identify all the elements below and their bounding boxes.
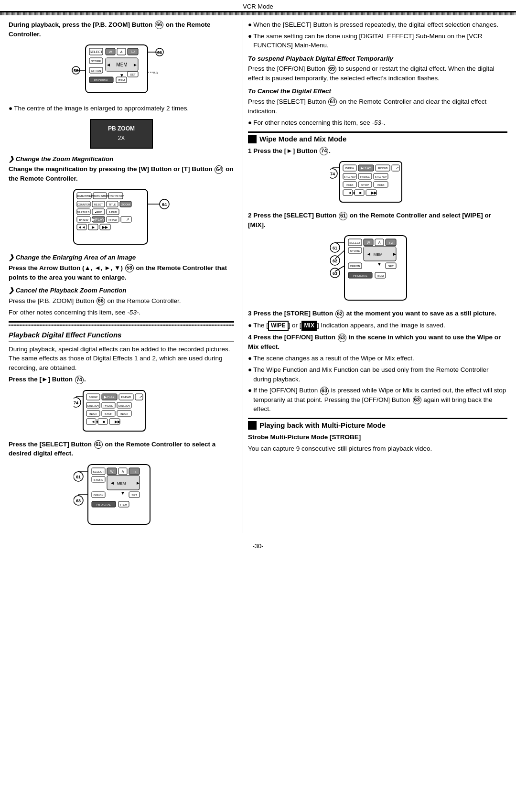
svg-text:◄: ◄ (106, 62, 111, 67)
svg-text:STORE: STORE (350, 249, 360, 252)
svg-text:STILL ADV: STILL ADV (344, 175, 355, 178)
multi-divider (248, 418, 507, 419)
remote-svg-1: SELECT W A T-Z STORE ◄ MEM ► OFF/ON ▼ (71, 43, 172, 100)
svg-text:61: 61 (76, 475, 81, 479)
svg-text:B/REW: B/REW (89, 396, 98, 399)
svg-text:ITEM: ITEM (120, 503, 127, 506)
step1-press: Press the [►] Button 74. (9, 375, 234, 384)
cancel-digital-title: To Cancel the Digital Effect (248, 87, 507, 96)
svg-text:PHOTO SHOT: PHOTO SHOT (91, 195, 109, 197)
svg-text:A: A (120, 50, 123, 54)
section-divider-1 (9, 321, 234, 323)
svg-text:▶▶: ▶▶ (102, 225, 108, 229)
svg-text:SET: SET (388, 265, 394, 268)
suspend-text: Press the [OFF/ON] Button 69 to suspend … (248, 64, 507, 83)
svg-text:T-Z: T-Z (132, 470, 137, 473)
page-header: VCR Mode (0, 0, 516, 15)
note-53-left: For other notes concerning this item, se… (9, 308, 234, 317)
svg-text:SET: SET (130, 73, 136, 76)
svg-text:63: 63 (76, 498, 81, 503)
svg-text:A: A (122, 470, 124, 473)
wipe-box: WIPE (268, 321, 289, 331)
svg-text:◄◄: ◄◄ (91, 420, 99, 424)
svg-text:SELECT: SELECT (93, 470, 104, 473)
remote-wipe-svg-1: B/REW ▶PLAY FF/FWD ↗ STILL ADV PAUSE STI… (330, 159, 426, 207)
svg-text:◄◄: ◄◄ (78, 225, 86, 229)
right-bullet-2: ● The same setting can be done using [DI… (248, 32, 507, 50)
bullet-centre: ● The centre of the image is enlarged to… (9, 104, 234, 113)
remote-wipe-1: B/REW ▶PLAY FF/FWD ↗ STILL ADV PAUSE STI… (248, 159, 507, 207)
svg-text:◄◄: ◄◄ (348, 191, 355, 195)
svg-text:MEM: MEM (116, 62, 127, 67)
cancel-digital-text: Press the [SELECT] Button 61 on the Remo… (248, 97, 507, 116)
svg-text:PAUSE: PAUSE (104, 404, 113, 407)
svg-text:►: ► (133, 62, 138, 67)
change-area-text: Press the Arrow Button (▲, ◄, ►, ▼) 58 o… (9, 263, 234, 282)
page-number: -30- (0, 542, 516, 550)
svg-text:FF/FWD: FF/FWD (121, 396, 131, 399)
playback-digital-intro: During playback, special digital effects… (9, 345, 234, 373)
multi-subtitle: Strobe Multi-Picture Mode [STROBE] (248, 433, 507, 442)
svg-text:START/STOP: START/STOP (108, 195, 124, 197)
svg-text:PB ZOOM: PB ZOOM (108, 125, 135, 132)
svg-text:↗: ↗ (126, 217, 129, 222)
svg-text:2X: 2X (118, 135, 125, 141)
remote-svg-2: DATE/TIME PHOTO SHOT START/STOP COUNTER … (66, 187, 176, 249)
right-note: ● For other notes concerning this item, … (248, 118, 507, 128)
svg-text:STORE: STORE (91, 60, 101, 63)
remote-wipe-2: SELECT W A T-Z STORE ◄ MEM ► SET OFF/ON … (248, 233, 507, 305)
svg-text:▶PLAY: ▶PLAY (92, 217, 105, 222)
multi-title: Playing back with Multi-Picture Mode (248, 421, 507, 430)
svg-text:MEM: MEM (117, 481, 126, 486)
svg-text:INDEX: INDEX (120, 412, 128, 415)
black-square-icon-2 (248, 421, 257, 430)
mix-box: MIX (301, 321, 317, 331)
change-zoom-title: ❯ Change the Zoom Magnification (9, 154, 234, 164)
svg-text:PB DIGITAL: PB DIGITAL (97, 503, 111, 506)
svg-text:T-Z: T-Z (130, 50, 136, 54)
wipe-step3-bullet: ● The [WIPE] or [MIX] Indication appears… (248, 321, 507, 331)
svg-text:↗: ↗ (396, 166, 399, 170)
svg-text:■: ■ (103, 420, 105, 424)
suspend-title: To suspend Playback Digital Effect Tempo… (248, 54, 507, 64)
svg-text:►: ► (136, 480, 140, 486)
svg-text:B/REW: B/REW (345, 167, 354, 170)
svg-text:W: W (366, 241, 370, 244)
svg-text:OFF/ON: OFF/ON (350, 265, 360, 268)
step2-press: Press the [SELECT] Button 61 on the Remo… (9, 440, 234, 458)
svg-text:PAUSE: PAUSE (360, 175, 370, 178)
svg-text:STILL ADV: STILL ADV (375, 175, 387, 178)
right-column: ● When the [SELECT] Button is pressed re… (243, 20, 507, 533)
svg-text:▶: ▶ (92, 225, 95, 229)
svg-text:FF/FWD: FF/FWD (377, 167, 387, 170)
wipe-step4-b1: ● The scene changes as a result of the W… (248, 354, 507, 363)
remote-image-3: B/REW ▶PLAY FF/FWD ↗ STILL ADV PAUSE STI… (9, 388, 234, 436)
page-body: During playback, press the [P.B. ZOOM] B… (0, 15, 516, 538)
wipe-step4-bold: 4 Press the [OFF/ON] Button 63 in the sc… (248, 333, 507, 351)
svg-text:A: A (378, 241, 380, 244)
svg-text:▶▶: ▶▶ (115, 420, 121, 424)
svg-rect-32 (90, 119, 152, 148)
section1-title: During playback, press the [P.B. ZOOM] B… (9, 20, 234, 39)
playback-digital-title: Playback Digital Effect Functions (9, 330, 234, 340)
svg-text:A.DUB: A.DUB (109, 211, 117, 214)
svg-text:▼: ▼ (120, 490, 125, 496)
svg-text:◄: ◄ (366, 251, 371, 257)
wipe-step1: 1 Press the [►] Button 74. (248, 146, 507, 156)
black-square-icon (248, 135, 257, 143)
svg-text:STORE: STORE (94, 478, 104, 481)
svg-text:61: 61 (332, 246, 337, 250)
svg-text:64: 64 (162, 202, 167, 207)
svg-text:FF/AD: FF/AD (108, 218, 117, 221)
svg-text:63: 63 (332, 271, 337, 276)
svg-text:74: 74 (330, 172, 335, 176)
remote-image-2: DATE/TIME PHOTO SHOT START/STOP COUNTER … (9, 187, 234, 249)
wipe-divider (248, 131, 507, 133)
remote-image-4: SELECT W A T-Z STORE ◄ MEM ► SET (9, 462, 234, 529)
svg-text:▶PLAY: ▶PLAY (361, 166, 371, 170)
svg-text:COUNTER: COUNTER (77, 203, 90, 206)
header-title: VCR Mode (0, 0, 516, 12)
btn-66: 66 (155, 21, 163, 29)
svg-text:MEM: MEM (373, 252, 382, 257)
svg-text:58: 58 (153, 71, 158, 75)
